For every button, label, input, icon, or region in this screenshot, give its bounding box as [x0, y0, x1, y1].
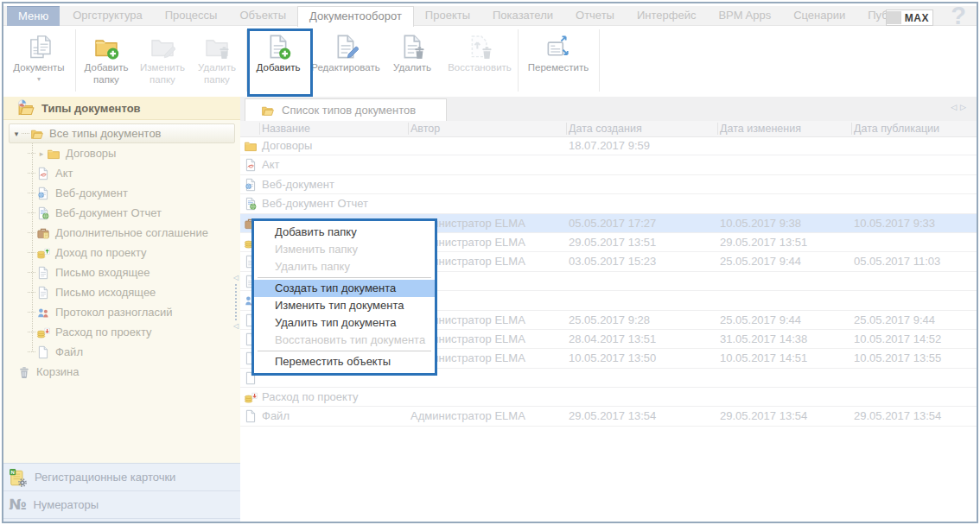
toolbar-button-Редактировать[interactable]: Редактировать [309, 31, 383, 93]
column-header-Название[interactable]: Название [262, 121, 310, 136]
cell-created: 18.07.2017 9:59 [569, 136, 650, 155]
menu-separator [258, 351, 431, 351]
toolbar-button-Добавить папку[interactable]: Добавить папку [80, 31, 133, 93]
folder-icon [47, 147, 60, 161]
top-tab-Документооборот[interactable]: Документооборот [297, 6, 414, 27]
tab-pager: ◁▷ [951, 103, 970, 111]
table-header: НазваниеАвторДата созданияДата изменения… [240, 121, 977, 137]
sidebar-panel-Нумераторы[interactable]: №Нумераторы [3, 491, 240, 519]
column-header-Дата изменения[interactable]: Дата изменения [720, 121, 801, 136]
people-icon [36, 306, 50, 319]
tree-item-label: Доход по проекту [55, 246, 147, 259]
cell-modified: 10.05.2017 9:38 [720, 214, 801, 232]
tree-item-Файл[interactable]: Файл [3, 342, 240, 362]
tree-item-label: Все типы документов [49, 127, 162, 140]
tree-item-Договоры[interactable]: ▸Договоры [3, 143, 240, 163]
expander-open-icon[interactable]: ▾ [11, 130, 22, 138]
expander-closed-icon[interactable]: ▸ [36, 149, 47, 158]
top-tab-Процессы[interactable]: Процессы [154, 6, 229, 26]
tree-item-Письмо исходящее[interactable]: Письмо исходящее [3, 282, 240, 302]
collapse-arrow-icon: ◁ [232, 275, 239, 281]
menu-item-Создать тип документа[interactable]: Создать тип документа [254, 280, 435, 297]
toolbar-button-Документы[interactable]: Документы▾ [5, 31, 73, 93]
top-tab-BPM Apps[interactable]: BPM Apps [707, 6, 782, 26]
toolbar-button-Добавить[interactable]: Добавить [250, 31, 307, 93]
tree-item-Протокол разногласий[interactable]: Протокол разногласий [3, 302, 240, 322]
sidebar-panel-Регистрационные карточки[interactable]: NРегистрационные карточки [3, 464, 240, 491]
menu-item-Переместить объекты[interactable]: Переместить объекты [254, 353, 435, 370]
table-row-Файл[interactable]: ФайлАдминистратор ELMA29.05.2017 13:5429… [240, 407, 977, 426]
cell-modified: 25.05.2017 9:44 [720, 252, 801, 270]
doc-move-icon [545, 34, 571, 60]
tree-item-label: Письмо входящее [55, 266, 150, 279]
toolbar-button-Переместить[interactable]: Переместить [521, 31, 595, 93]
tree-item-Доход по проекту[interactable]: Доход по проекту [3, 243, 240, 262]
top-tab-Сценарии[interactable]: Сценарии [782, 6, 856, 26]
tree-dots [28, 173, 35, 174]
ribbon-toolbar: Документы▾Добавить папкуИзменить папкуУд… [3, 26, 977, 97]
money-in-icon [36, 246, 50, 260]
table-row-Веб-документ Отчет[interactable]: Веб-документ Отчет [240, 194, 977, 213]
menu-item-Добавить папку[interactable]: Добавить папку [254, 224, 435, 241]
tree-dots [28, 252, 35, 253]
tree-item-Акт[interactable]: Акт [3, 163, 240, 183]
column-header-Дата создания[interactable]: Дата создания [569, 121, 642, 136]
doc-plain-icon [244, 409, 258, 423]
table-row-Акт[interactable]: Акт [240, 155, 977, 174]
pager-next-icon[interactable]: ▷ [960, 103, 970, 111]
tree-item-Веб-документ Отчет[interactable]: Веб-документ Отчет [3, 203, 240, 223]
documents-icon [26, 34, 52, 60]
tree-item-Веб-документ[interactable]: Веб-документ [3, 183, 240, 203]
top-tab-Показатели[interactable]: Показатели [481, 6, 564, 26]
max-toggle[interactable]: MAX [886, 9, 933, 26]
cell-name: Акт [262, 155, 279, 174]
folder-open-icon [30, 127, 44, 141]
context-menu: Добавить папкуИзменить папкуУдалить папк… [251, 218, 437, 376]
folder-open-icon [261, 104, 275, 117]
top-tab-Проекты[interactable]: Проекты [414, 6, 481, 26]
toolbar-button-Удалить[interactable]: Удалить [385, 31, 440, 93]
table-row-Договоры[interactable]: Договоры18.07.2017 9:59 [240, 136, 977, 155]
numerator-icon: № [9, 497, 26, 512]
table-row-Веб-документ[interactable]: Веб-документ [240, 175, 977, 194]
help-icon[interactable]: ? [951, 2, 966, 30]
doc-agreement-icon [36, 226, 50, 240]
doc-letter-icon [36, 286, 50, 300]
collapse-arrow-icon: ◁ [232, 323, 239, 330]
cell-name: Веб-документ [262, 175, 334, 193]
top-tab-Отчеты[interactable]: Отчеты [564, 6, 626, 26]
menu-item-Изменить тип документа[interactable]: Изменить тип документа [254, 297, 435, 314]
menu-item-Изменить папку: Изменить папку [254, 241, 435, 258]
top-tab-Оргструктура[interactable]: Оргструктура [61, 6, 154, 26]
tree-item-Дополнительное соглашение[interactable]: Дополнительное соглашение [3, 223, 240, 243]
reg-cards-icon: N [9, 468, 28, 487]
tree-dots [28, 193, 35, 193]
sidebar-splitter[interactable]: ◁ ◁ [232, 275, 239, 330]
menu-item-Удалить тип документа[interactable]: Удалить тип документа [254, 314, 435, 332]
tab-document-type-list[interactable]: Список типов документов [245, 98, 447, 121]
cell-published: 25.05.2017 9:44 [854, 311, 935, 329]
cell-name: Веб-документ Отчет [262, 194, 368, 212]
toolbar-button-Удалить папку: Удалить папку [191, 31, 243, 93]
toolbar-button-label: Документы [5, 62, 73, 74]
sidebar-bottom-panels: NРегистрационные карточки№Нумераторы [3, 463, 240, 522]
toolbar-button-label: Добавить [250, 62, 307, 74]
top-tab-Меню[interactable]: Меню [7, 6, 60, 26]
sidebar-panel-label: Регистрационные карточки [35, 471, 175, 484]
tree-item-label: Договоры [66, 147, 116, 160]
sidebar-document-types: Типы документов ▾Все типы документов▸Дог… [3, 97, 240, 522]
toolbar-button-label: Переместить [521, 62, 595, 74]
top-tab-bar: МенюОргструктураПроцессыОбъектыДокументо… [3, 3, 977, 26]
tree-item-Все типы документов[interactable]: ▾Все типы документов [9, 123, 235, 143]
pager-prev-icon[interactable]: ◁ [951, 103, 960, 111]
column-header-Дата публикации[interactable]: Дата публикации [854, 121, 939, 136]
top-tab-Интерфейс[interactable]: Интерфейс [626, 6, 707, 26]
top-tab-Объекты[interactable]: Объекты [228, 6, 297, 26]
tree-dots [28, 332, 35, 332]
tree-item-Письмо входящее[interactable]: Письмо входящее [3, 262, 240, 282]
folder-icon [244, 139, 258, 153]
tree-item-Расход по проекту[interactable]: Расход по проекту [3, 322, 240, 342]
column-header-Автор[interactable]: Автор [410, 121, 440, 136]
table-row-Расход по проекту[interactable]: Расход по проекту [240, 388, 977, 407]
tree-item-Корзина[interactable]: Корзина [3, 362, 240, 382]
